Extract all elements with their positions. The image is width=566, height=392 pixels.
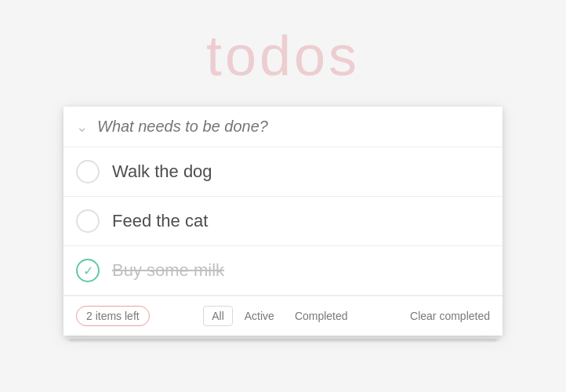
todo-toggle-1[interactable] — [76, 160, 100, 183]
todo-item-3: ✓ Buy some milk — [63, 246, 503, 296]
input-row: ⌄ — [63, 107, 503, 147]
todo-text-3: Buy some milk — [112, 260, 224, 281]
todo-text-1: Walk the dog — [112, 162, 212, 182]
checkmark-icon: ✓ — [83, 263, 93, 278]
clear-completed-button[interactable]: Clear completed — [410, 310, 490, 322]
footer: 2 items left All Active Completed Clear … — [63, 296, 503, 336]
filter-all[interactable]: All — [203, 306, 233, 326]
todo-toggle-2[interactable] — [76, 209, 100, 233]
filter-completed[interactable]: Completed — [286, 306, 357, 326]
items-left-count: 2 items left — [76, 306, 150, 326]
todo-toggle-3[interactable]: ✓ — [76, 259, 100, 282]
todo-item-1: Walk the dog — [63, 147, 503, 197]
new-todo-input[interactable] — [97, 118, 490, 136]
todo-container: ⌄ Walk the dog Feed the cat ✓ Buy some m… — [63, 107, 503, 336]
filter-group: All Active Completed — [150, 306, 410, 326]
todo-text-2: Feed the cat — [112, 211, 208, 231]
todo-item-2: Feed the cat — [63, 197, 503, 246]
filter-active[interactable]: Active — [236, 306, 283, 326]
app-title: todos — [206, 24, 360, 88]
toggle-all-icon[interactable]: ⌄ — [76, 118, 88, 136]
